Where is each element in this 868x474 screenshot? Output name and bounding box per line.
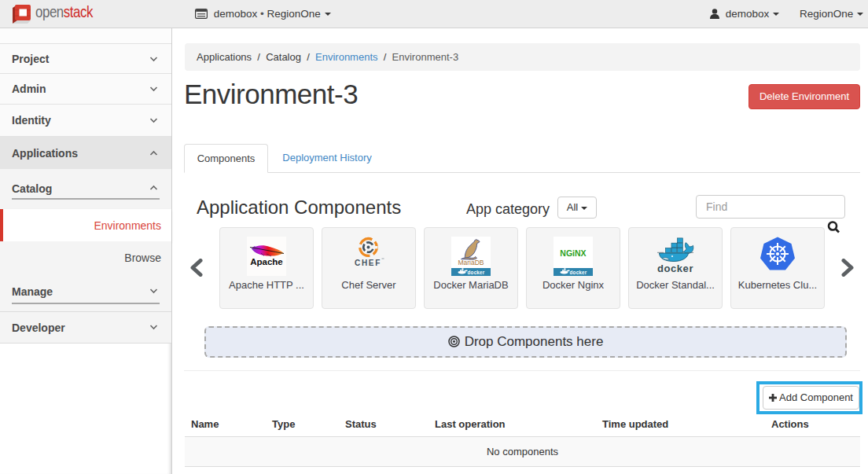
- svg-text:docker: docker: [570, 270, 587, 275]
- svg-text:CHEF: CHEF: [355, 259, 381, 267]
- svg-text:NGiNX: NGiNX: [560, 248, 586, 258]
- svg-text:Apache: Apache: [250, 257, 283, 266]
- svg-text:docker: docker: [657, 263, 693, 274]
- svg-text:MariaDB: MariaDB: [458, 259, 484, 266]
- svg-text:docker: docker: [468, 270, 485, 275]
